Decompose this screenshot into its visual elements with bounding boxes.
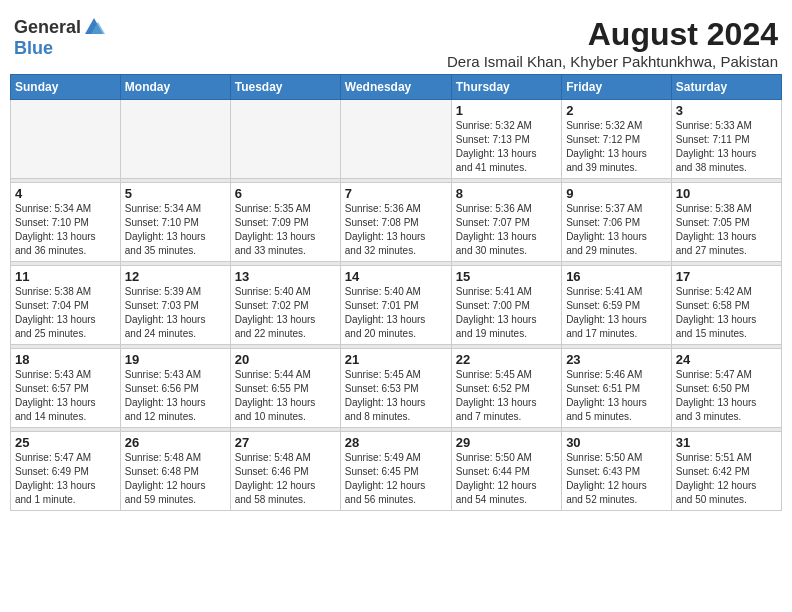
column-header-monday: Monday [120,75,230,100]
day-info: Sunrise: 5:38 AM Sunset: 7:05 PM Dayligh… [676,202,777,258]
day-number: 15 [456,269,557,284]
day-info: Sunrise: 5:46 AM Sunset: 6:51 PM Dayligh… [566,368,667,424]
calendar-cell: 12Sunrise: 5:39 AM Sunset: 7:03 PM Dayli… [120,266,230,345]
calendar-cell: 26Sunrise: 5:48 AM Sunset: 6:48 PM Dayli… [120,432,230,511]
column-header-sunday: Sunday [11,75,121,100]
day-number: 8 [456,186,557,201]
calendar-table: SundayMondayTuesdayWednesdayThursdayFrid… [10,74,782,511]
calendar-cell: 10Sunrise: 5:38 AM Sunset: 7:05 PM Dayli… [671,183,781,262]
calendar-cell: 21Sunrise: 5:45 AM Sunset: 6:53 PM Dayli… [340,349,451,428]
day-number: 10 [676,186,777,201]
day-number: 12 [125,269,226,284]
day-info: Sunrise: 5:43 AM Sunset: 6:56 PM Dayligh… [125,368,226,424]
calendar-cell: 27Sunrise: 5:48 AM Sunset: 6:46 PM Dayli… [230,432,340,511]
calendar-cell: 29Sunrise: 5:50 AM Sunset: 6:44 PM Dayli… [451,432,561,511]
calendar-cell: 11Sunrise: 5:38 AM Sunset: 7:04 PM Dayli… [11,266,121,345]
day-info: Sunrise: 5:38 AM Sunset: 7:04 PM Dayligh… [15,285,116,341]
calendar-cell: 28Sunrise: 5:49 AM Sunset: 6:45 PM Dayli… [340,432,451,511]
day-info: Sunrise: 5:40 AM Sunset: 7:01 PM Dayligh… [345,285,447,341]
calendar-header-row: SundayMondayTuesdayWednesdayThursdayFrid… [11,75,782,100]
day-info: Sunrise: 5:37 AM Sunset: 7:06 PM Dayligh… [566,202,667,258]
calendar-cell: 24Sunrise: 5:47 AM Sunset: 6:50 PM Dayli… [671,349,781,428]
day-info: Sunrise: 5:47 AM Sunset: 6:49 PM Dayligh… [15,451,116,507]
day-info: Sunrise: 5:36 AM Sunset: 7:08 PM Dayligh… [345,202,447,258]
day-info: Sunrise: 5:45 AM Sunset: 6:52 PM Dayligh… [456,368,557,424]
calendar-cell: 18Sunrise: 5:43 AM Sunset: 6:57 PM Dayli… [11,349,121,428]
day-number: 28 [345,435,447,450]
header: General Blue August 2024 Dera Ismail Kha… [10,10,782,70]
day-info: Sunrise: 5:44 AM Sunset: 6:55 PM Dayligh… [235,368,336,424]
calendar-cell: 20Sunrise: 5:44 AM Sunset: 6:55 PM Dayli… [230,349,340,428]
day-number: 27 [235,435,336,450]
day-number: 31 [676,435,777,450]
logo: General Blue [14,16,105,59]
calendar-cell: 16Sunrise: 5:41 AM Sunset: 6:59 PM Dayli… [562,266,672,345]
day-number: 13 [235,269,336,284]
day-info: Sunrise: 5:32 AM Sunset: 7:12 PM Dayligh… [566,119,667,175]
day-number: 5 [125,186,226,201]
calendar-cell: 30Sunrise: 5:50 AM Sunset: 6:43 PM Dayli… [562,432,672,511]
calendar-cell [230,100,340,179]
calendar-week-row: 11Sunrise: 5:38 AM Sunset: 7:04 PM Dayli… [11,266,782,345]
column-header-wednesday: Wednesday [340,75,451,100]
day-info: Sunrise: 5:48 AM Sunset: 6:48 PM Dayligh… [125,451,226,507]
day-number: 6 [235,186,336,201]
day-info: Sunrise: 5:50 AM Sunset: 6:44 PM Dayligh… [456,451,557,507]
day-info: Sunrise: 5:36 AM Sunset: 7:07 PM Dayligh… [456,202,557,258]
logo-blue-text: Blue [14,38,53,58]
day-number: 25 [15,435,116,450]
calendar-cell: 2Sunrise: 5:32 AM Sunset: 7:12 PM Daylig… [562,100,672,179]
day-number: 26 [125,435,226,450]
day-number: 11 [15,269,116,284]
calendar-cell: 4Sunrise: 5:34 AM Sunset: 7:10 PM Daylig… [11,183,121,262]
day-number: 3 [676,103,777,118]
calendar-cell [11,100,121,179]
calendar-cell: 9Sunrise: 5:37 AM Sunset: 7:06 PM Daylig… [562,183,672,262]
column-header-tuesday: Tuesday [230,75,340,100]
day-number: 24 [676,352,777,367]
calendar-cell: 3Sunrise: 5:33 AM Sunset: 7:11 PM Daylig… [671,100,781,179]
calendar-week-row: 25Sunrise: 5:47 AM Sunset: 6:49 PM Dayli… [11,432,782,511]
day-info: Sunrise: 5:41 AM Sunset: 7:00 PM Dayligh… [456,285,557,341]
day-number: 20 [235,352,336,367]
day-number: 7 [345,186,447,201]
day-number: 4 [15,186,116,201]
day-info: Sunrise: 5:49 AM Sunset: 6:45 PM Dayligh… [345,451,447,507]
day-number: 17 [676,269,777,284]
day-number: 14 [345,269,447,284]
calendar-cell: 19Sunrise: 5:43 AM Sunset: 6:56 PM Dayli… [120,349,230,428]
day-number: 9 [566,186,667,201]
day-number: 1 [456,103,557,118]
calendar-cell: 6Sunrise: 5:35 AM Sunset: 7:09 PM Daylig… [230,183,340,262]
day-number: 29 [456,435,557,450]
calendar-cell: 1Sunrise: 5:32 AM Sunset: 7:13 PM Daylig… [451,100,561,179]
calendar-cell: 17Sunrise: 5:42 AM Sunset: 6:58 PM Dayli… [671,266,781,345]
column-header-thursday: Thursday [451,75,561,100]
day-info: Sunrise: 5:42 AM Sunset: 6:58 PM Dayligh… [676,285,777,341]
day-info: Sunrise: 5:43 AM Sunset: 6:57 PM Dayligh… [15,368,116,424]
day-number: 22 [456,352,557,367]
calendar-week-row: 18Sunrise: 5:43 AM Sunset: 6:57 PM Dayli… [11,349,782,428]
page-subtitle: Dera Ismail Khan, Khyber Pakhtunkhwa, Pa… [447,53,778,70]
page-title: August 2024 [447,16,778,53]
day-info: Sunrise: 5:34 AM Sunset: 7:10 PM Dayligh… [15,202,116,258]
calendar-cell: 23Sunrise: 5:46 AM Sunset: 6:51 PM Dayli… [562,349,672,428]
day-number: 19 [125,352,226,367]
day-info: Sunrise: 5:33 AM Sunset: 7:11 PM Dayligh… [676,119,777,175]
calendar-cell: 14Sunrise: 5:40 AM Sunset: 7:01 PM Dayli… [340,266,451,345]
day-info: Sunrise: 5:48 AM Sunset: 6:46 PM Dayligh… [235,451,336,507]
day-info: Sunrise: 5:35 AM Sunset: 7:09 PM Dayligh… [235,202,336,258]
calendar-cell: 7Sunrise: 5:36 AM Sunset: 7:08 PM Daylig… [340,183,451,262]
day-number: 16 [566,269,667,284]
day-info: Sunrise: 5:32 AM Sunset: 7:13 PM Dayligh… [456,119,557,175]
day-info: Sunrise: 5:40 AM Sunset: 7:02 PM Dayligh… [235,285,336,341]
calendar-cell [120,100,230,179]
logo-general-text: General [14,17,81,38]
calendar-cell: 5Sunrise: 5:34 AM Sunset: 7:10 PM Daylig… [120,183,230,262]
day-info: Sunrise: 5:45 AM Sunset: 6:53 PM Dayligh… [345,368,447,424]
calendar-cell [340,100,451,179]
day-number: 21 [345,352,447,367]
day-info: Sunrise: 5:51 AM Sunset: 6:42 PM Dayligh… [676,451,777,507]
day-number: 2 [566,103,667,118]
calendar-cell: 22Sunrise: 5:45 AM Sunset: 6:52 PM Dayli… [451,349,561,428]
